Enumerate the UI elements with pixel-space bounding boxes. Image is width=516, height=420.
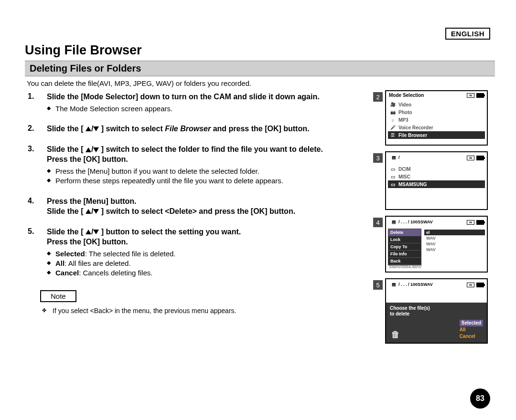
prompt-line-1: Choose the file(s) <box>390 305 430 311</box>
music-note-icon <box>390 117 396 123</box>
screenshot-5: / . . . / 100SSWAV IN Choose the file(s)… <box>385 278 488 344</box>
mode-item-voice: Voice Recorder <box>388 124 485 131</box>
screenshot-3: / IN DCIM MISC MSAMSUNG <box>385 151 488 210</box>
doc-icon <box>391 282 397 287</box>
language-badge: ENGLISH <box>445 28 490 40</box>
path-text: / <box>398 155 400 160</box>
folder-item-dcim: DCIM <box>388 165 485 173</box>
storage-indicator-icon: IN <box>467 220 474 225</box>
triangle-down-icon <box>93 209 99 214</box>
mode-item-file-browser: File Browser <box>388 131 485 139</box>
mode-item-mp3: MP3 <box>388 116 485 124</box>
step-5-bullet-2: All: All files are deleted. <box>47 259 376 268</box>
storage-indicator-icon: IN <box>467 93 474 98</box>
triangle-up-icon <box>86 209 91 214</box>
step-3-text-pre: Slide the [ <box>47 146 86 154</box>
step-4-heading-1: Press the [Menu] button. <box>47 197 137 205</box>
step-4-text-pre: Slide the [ <box>47 207 86 215</box>
step-2-text-pre: Slide the [ <box>47 125 86 133</box>
step-2-text-mid: ] switch to select <box>99 125 165 133</box>
file-row: WAV <box>424 235 485 241</box>
step-5-text-post: ] button to select the setting you want. <box>99 228 241 236</box>
menu-item-lock: Lock <box>388 236 421 243</box>
file-row: WAV <box>424 247 485 252</box>
prompt-line-2: to delete <box>390 311 409 316</box>
step-4-text-post: ] switch to select <Delete> and press th… <box>99 207 295 215</box>
step-3-heading: Slide the [ / ] switch to select the fol… <box>47 145 376 165</box>
step-5-heading: Slide the [ / ] button to select the set… <box>47 227 376 247</box>
step-4: Press the [Menu] button. Slide the [ / ]… <box>27 197 376 217</box>
delete-prompt-overlay: Choose the file(s) to delete 🗑 Selected … <box>386 303 487 343</box>
delete-option-all: All <box>460 326 483 333</box>
mode-item-label: Photo <box>398 110 412 115</box>
step-2-text-post: and press the [OK] button. <box>211 125 309 133</box>
folder-label: MSAMSUNG <box>398 182 427 187</box>
battery-indicator-icon <box>476 283 484 287</box>
triangle-up-icon <box>86 230 91 234</box>
battery-indicator-icon <box>476 220 484 225</box>
page-title: Using File Browser <box>25 43 495 58</box>
folder-label: MISC <box>398 174 410 179</box>
step-5: Slide the [ / ] button to select the set… <box>27 227 376 278</box>
folder-item-misc: MISC <box>388 173 485 180</box>
screenshot-4: / . . . / 100SSWAV IN Delete Lock Copy T… <box>385 216 488 273</box>
screenshot-number-badge: 2 <box>373 92 383 102</box>
context-menu: Delete Lock Copy To File Info Back <box>388 229 421 265</box>
step-3-text-post: ] switch to select the folder to find th… <box>99 146 322 154</box>
note-label-box: Note <box>40 290 76 302</box>
screenshot-2: Mode Selection IN Video Photo MP3 Voice … <box>385 90 488 146</box>
screenshot-number-badge: 5 <box>373 280 383 290</box>
menu-item-copy-to: Copy To <box>388 243 421 251</box>
storage-indicator-icon: IN <box>467 156 474 160</box>
path-text: / . . . / 100SSWAV <box>398 220 433 224</box>
file-row: WAV <box>424 241 485 247</box>
triangle-up-icon <box>86 147 91 152</box>
triangle-down-icon <box>93 147 99 152</box>
step-3-heading-2: Press the [OK] button. <box>47 155 128 163</box>
screenshot-number-badge: 4 <box>373 218 383 227</box>
path-text: / . . . / 100SSWAV <box>398 282 433 287</box>
doc-icon <box>391 155 397 160</box>
screenshot-3-block: 3 / IN DCIM MISC MSAMSUNG <box>385 151 495 210</box>
folder-icon <box>390 181 396 187</box>
page-number-badge: 83 <box>470 388 490 409</box>
mode-item-photo: Photo <box>388 108 485 116</box>
mode-selection-title: Mode Selection <box>389 93 424 98</box>
step-5-bullet-3: Cancel: Cancels deleting files. <box>47 268 376 278</box>
folder-icon <box>390 174 396 179</box>
battery-indicator-icon <box>476 93 484 98</box>
triangle-down-icon <box>93 230 99 234</box>
mode-item-label: File Browser <box>398 133 427 138</box>
microphone-icon <box>390 125 396 130</box>
file-row: el <box>424 230 485 235</box>
photo-icon <box>390 109 396 115</box>
triangle-up-icon <box>86 126 91 131</box>
triangle-down-icon <box>93 126 99 131</box>
trash-icon: 🗑 <box>390 330 401 340</box>
step-4-heading: Press the [Menu] button. Slide the [ / ]… <box>47 197 376 217</box>
step-1-heading: Slide the [Mode Selector] down to turn o… <box>47 92 376 102</box>
note-item-1: If you select <Back> in the menu, the pr… <box>42 307 376 315</box>
folder-item-msamsung: MSAMSUNG <box>388 180 485 188</box>
intro-text: You can delete the file(AVI, MP3, JPEG, … <box>25 79 495 87</box>
step-1-bullet-1: The Mode Selection screen appears. <box>47 104 376 114</box>
delete-option-selected: Selected <box>460 320 483 326</box>
screenshot-4-block: 4 / . . . / 100SSWAV IN Delete Lock <box>385 216 495 273</box>
file-browser-icon <box>390 132 396 138</box>
step-5-bullet-1: Selected: The selected file is deleted. <box>47 249 376 259</box>
battery-indicator-icon <box>476 156 484 160</box>
storage-indicator-icon: IN <box>467 283 474 287</box>
menu-item-back: Back <box>388 258 421 265</box>
mode-item-label: MP3 <box>398 117 408 123</box>
mode-item-label: Video <box>398 102 411 107</box>
step-2-italic: File Browser <box>165 125 211 133</box>
menu-item-delete: Delete <box>388 229 421 236</box>
step-5-heading-2: Press the [OK] button. <box>47 238 128 246</box>
step-3-bullet-1: Press the [Menu] button if you want to d… <box>47 167 376 176</box>
video-icon <box>390 102 396 107</box>
screenshot-5-block: 5 / . . . / 100SSWAV IN Choose the file(… <box>385 278 495 344</box>
folder-icon <box>390 166 396 172</box>
screenshot-2-block: 2 Mode Selection IN Video Photo MP3 Voic… <box>385 90 495 146</box>
screenshot-number-badge: 3 <box>373 153 383 163</box>
menu-item-file-info: File Info <box>388 251 421 258</box>
